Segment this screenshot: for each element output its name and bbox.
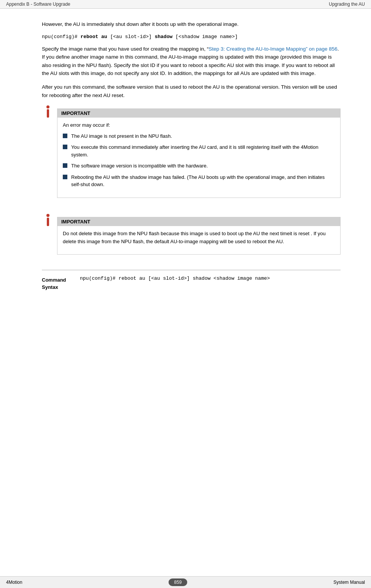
- important-box-2: IMPORTANT Do not delete this image from …: [42, 213, 341, 262]
- important-box-1: IMPORTANT An error may occur if: The AU …: [42, 105, 341, 206]
- intro-paragraph-1: However, the AU is immediately shut down…: [42, 20, 341, 29]
- icon-dot-1: [46, 105, 49, 108]
- bullet-item-1-4: Rebooting the AU with the shadow image h…: [63, 174, 335, 188]
- important-header-2: IMPORTANT: [57, 217, 340, 226]
- footer-left: 4Motion: [6, 580, 22, 585]
- icon-bar-1: [47, 109, 49, 118]
- cs-end: <shadow image name>: [210, 276, 270, 281]
- important-content-2: IMPORTANT Do not delete this image from …: [57, 213, 341, 262]
- important-box-inner-2: IMPORTANT Do not delete this image from …: [57, 217, 341, 255]
- important-header-1: IMPORTANT: [57, 109, 340, 118]
- main-content: However, the AU is immediately shut down…: [0, 9, 371, 576]
- icon-dot-2: [46, 214, 49, 217]
- bullet-square-1-1: [63, 134, 67, 138]
- important-content-1: IMPORTANT An error may occur if: The AU …: [57, 105, 341, 206]
- important-icon-2: [42, 214, 54, 226]
- important-text-2: Do not delete this image from the NPU fl…: [63, 230, 335, 246]
- bullet-item-1-2: You execute this command immediately aft…: [63, 143, 335, 158]
- intro-paragraph-2: Specify the image name that you have use…: [42, 45, 341, 78]
- bullet-item-1-1: The AU image is not present in the NPU f…: [63, 132, 335, 140]
- footer-right: System Manual: [333, 580, 365, 585]
- bullet-square-1-4: [63, 175, 67, 179]
- command-1: npu(config)# reboot au [<au slot-id>] sh…: [42, 34, 341, 40]
- command-syntax-section: CommandSyntax npu(config)# reboot au [<a…: [42, 270, 341, 291]
- important-body-1: An error may occur if: The AU image is n…: [57, 118, 340, 198]
- info-icon-1: [46, 105, 49, 118]
- command-prefix-1: npu(config)#: [42, 34, 80, 40]
- cs-mid: [<au slot-id>]: [145, 276, 193, 281]
- header-left: Appendix B - Software Upgrade: [6, 2, 70, 7]
- step3-link[interactable]: Step 3: Creating the AU-to-Image Mapping…: [209, 46, 337, 52]
- header-right: Upgrading the AU: [329, 2, 365, 7]
- page-footer: 4Motion 859 System Manual: [0, 576, 371, 588]
- bullet-square-1-3: [63, 163, 67, 168]
- command-keyword-shadow: shadow: [154, 34, 172, 40]
- command-syntax-label: CommandSyntax: [42, 276, 80, 291]
- command-mid-1: [<au slot-id>]: [107, 34, 155, 40]
- command-end-1: [<shadow image name>]: [172, 34, 238, 40]
- bullet-item-1-3: The software image version is incompatib…: [63, 162, 335, 170]
- bullet-square-1-2: [63, 145, 67, 149]
- cs-keyword-reboot: reboot au: [118, 276, 145, 281]
- page-number: 859: [169, 578, 187, 586]
- important-body-2: Do not delete this image from the NPU fl…: [57, 226, 340, 254]
- cs-keyword-shadow: shadow: [193, 276, 210, 281]
- command-keyword-reboot: reboot au: [80, 34, 107, 40]
- info-icon-2: [46, 214, 49, 226]
- cs-prefix: npu(config)#: [80, 276, 118, 281]
- important-box-inner-1: IMPORTANT An error may occur if: The AU …: [57, 108, 341, 198]
- after-run-paragraph: After you run this command, the software…: [42, 83, 341, 99]
- icon-bar-2: [47, 218, 49, 226]
- important-intro-1: An error may occur if:: [63, 121, 335, 129]
- bullet-list-1: The AU image is not present in the NPU f…: [63, 132, 335, 188]
- important-icon-1: [42, 105, 54, 118]
- command-syntax-value: npu(config)# reboot au [<au slot-id>] sh…: [80, 276, 341, 281]
- page-header: Appendix B - Software Upgrade Upgrading …: [0, 0, 371, 9]
